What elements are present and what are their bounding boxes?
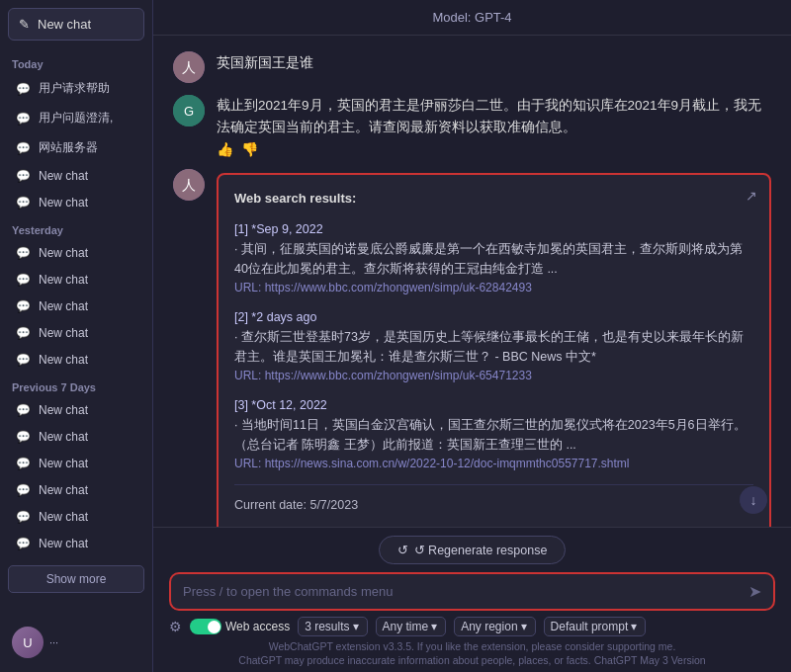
chat-icon-2: 💬 [16, 141, 31, 155]
ws-result-date-1: Sep 9, 2022 [256, 222, 322, 236]
show-more-button[interactable]: Show more [8, 565, 144, 593]
scroll-to-bottom-button[interactable]: ↓ [740, 486, 767, 514]
sidebar-item-6[interactable]: 💬 New chat [8, 267, 144, 293]
prompt-chevron-icon: ▾ [631, 620, 637, 633]
ws-result-text-1: · 其间，征服英国的诺曼底公爵威廉是第一个在西敏寺加冕的英国君主，查尔斯则将成为… [234, 239, 753, 279]
ws-result-2: [2] *2 days ago · 查尔斯三世登基时73岁，是英国历史上等候继位… [234, 307, 753, 385]
chat-icon-13: 💬 [16, 483, 31, 497]
message-actions-1: 👍 👎 [217, 141, 771, 157]
regenerate-icon: ↺ [397, 543, 408, 557]
new-chat-label: New chat [38, 17, 91, 32]
region-label: Any region [461, 620, 517, 633]
sidebar-item-3[interactable]: 💬 New chat [8, 163, 144, 189]
sidebar-item-label-10: New chat [39, 403, 88, 417]
external-link-icon[interactable]: ↗ [746, 185, 757, 207]
sidebar-item-label-15: New chat [39, 537, 88, 550]
assistant-message-text-1: 截止到2021年9月，英国的君主是伊丽莎白二世。由于我的知识库在2021年9月截… [217, 95, 771, 137]
bottom-area: ↺ ↺ Regenerate response ➤ ⚙ Web access 3… [153, 527, 791, 672]
sidebar-item-5[interactable]: 💬 New chat [8, 240, 144, 266]
web-access-label: Web access [225, 620, 290, 633]
main-area: Model: GPT-4 人 英国新国王是谁 G 截止到2021年9月，英国的君… [153, 0, 791, 672]
chat-icon-0: 💬 [16, 82, 31, 96]
web-search-header: Web search results: [234, 189, 753, 210]
ws-result-title-2: [2] *2 days ago [234, 307, 753, 327]
send-button[interactable]: ➤ [748, 582, 761, 601]
sidebar-item-label-9: New chat [39, 353, 88, 367]
chat-icon-10: 💬 [16, 403, 31, 417]
sidebar-item-9[interactable]: 💬 New chat [8, 347, 144, 373]
chat-icon-12: 💬 [16, 457, 31, 470]
sidebar-item-0[interactable]: 💬 用户请求帮助 [8, 74, 144, 103]
regenerate-label: ↺ Regenerate response [414, 543, 548, 557]
new-chat-button[interactable]: ✎ New chat [8, 8, 144, 41]
time-chevron-icon: ▾ [431, 620, 437, 633]
user-avatar-bar: U ··· [8, 621, 144, 664]
sidebar-item-15[interactable]: 💬 New chat [8, 531, 144, 556]
toggle-track[interactable] [190, 619, 221, 634]
sidebar-item-label-7: New chat [39, 299, 88, 313]
ws-current-date-text: Current date: 5/7/2023 [234, 495, 753, 515]
assistant-message-1: 截止到2021年9月，英国的君主是伊丽莎白二世。由于我的知识库在2021年9月截… [217, 95, 771, 157]
results-chevron-icon: ▾ [353, 620, 359, 633]
sidebar-item-11[interactable]: 💬 New chat [8, 424, 144, 450]
sidebar-item-label-0: 用户请求帮助 [39, 80, 110, 97]
settings-icon[interactable]: ⚙ [169, 619, 182, 634]
web-search-box: ↗ Web search results: [1] *Sep 9, 2022 ·… [217, 173, 771, 527]
chat-input[interactable] [183, 584, 741, 599]
regenerate-button[interactable]: ↺ ↺ Regenerate response [379, 536, 567, 564]
sidebar-item-label-11: New chat [39, 430, 88, 444]
message-row-assistant-1: G 截止到2021年9月，英国的君主是伊丽莎白二世。由于我的知识库在2021年9… [173, 95, 771, 157]
svg-text:人: 人 [182, 59, 196, 75]
footer-text-1: WebChatGPT extension v3.3.5. If you like… [169, 640, 775, 654]
sidebar-item-7[interactable]: 💬 New chat [8, 294, 144, 319]
web-search-content: ↗ Web search results: [1] *Sep 9, 2022 ·… [217, 169, 771, 527]
ws-result-text-2: · 查尔斯三世登基时73岁，是英国历史上等候继位事最长的王储，也是有史以来最年长… [234, 327, 753, 367]
user-name: ··· [49, 636, 58, 648]
chat-icon-9: 💬 [16, 353, 31, 367]
svg-text:G: G [184, 104, 194, 119]
new-chat-icon: ✎ [19, 17, 30, 32]
show-more-label: Show more [46, 572, 107, 586]
sidebar-item-label-6: New chat [39, 273, 88, 287]
footer-1: WebChatGPT extension v3.3.5. If you like… [269, 640, 676, 652]
user-msg-avatar-2: 人 [173, 169, 205, 201]
toolbar-row: ⚙ Web access 3 results ▾ Any time ▾ Any … [169, 617, 775, 636]
sidebar-item-14[interactable]: 💬 New chat [8, 504, 144, 530]
thumbs-down-icon-1[interactable]: 👎 [241, 141, 258, 157]
sidebar-item-1[interactable]: 💬 用户问题澄清, [8, 104, 144, 132]
region-chevron-icon: ▾ [521, 620, 527, 633]
model-label: Model: GPT-4 [432, 10, 511, 25]
gpt-msg-avatar-1: G [173, 95, 205, 126]
web-access-toggle[interactable]: Web access [190, 619, 290, 634]
sidebar-item-label-3: New chat [39, 169, 88, 183]
footer-2: ChatGPT may produce inaccurate informati… [238, 654, 705, 666]
sidebar-item-8[interactable]: 💬 New chat [8, 320, 144, 346]
chat-icon-14: 💬 [16, 510, 31, 524]
user-msg-avatar-1: 人 [173, 51, 205, 83]
sidebar-item-label-8: New chat [39, 326, 88, 340]
sidebar-item-4[interactable]: 💬 New chat [8, 190, 144, 215]
time-label: Any time [383, 620, 429, 633]
sidebar: ✎ New chat Today 💬 用户请求帮助 💬 用户问题澄清, 💬 网站… [0, 0, 153, 672]
time-dropdown[interactable]: Any time ▾ [376, 617, 447, 636]
chat-icon-3: 💬 [16, 169, 31, 183]
toggle-thumb [208, 621, 220, 633]
sidebar-item-2[interactable]: 💬 网站服务器 [8, 133, 144, 162]
messages-area[interactable]: 人 英国新国王是谁 G 截止到2021年9月，英国的君主是伊丽莎白二世。由于我的… [153, 36, 791, 527]
scroll-down-icon: ↓ [750, 492, 757, 508]
thumbs-up-icon-1[interactable]: 👍 [217, 141, 233, 157]
sidebar-item-label-12: New chat [39, 457, 88, 470]
ws-result-title-3: [3] *Oct 12, 2022 [234, 395, 753, 415]
region-dropdown[interactable]: Any region ▾ [454, 617, 535, 636]
sidebar-item-label-13: New chat [39, 483, 88, 497]
prompt-dropdown[interactable]: Default prompt ▾ [544, 617, 647, 636]
results-dropdown[interactable]: 3 results ▾ [298, 617, 367, 636]
chat-icon-15: 💬 [16, 537, 31, 550]
avatar: U [12, 627, 44, 658]
sidebar-item-13[interactable]: 💬 New chat [8, 477, 144, 503]
ws-result-1: [1] *Sep 9, 2022 · 其间，征服英国的诺曼底公爵威廉是第一个在西… [234, 219, 753, 297]
sidebar-item-12[interactable]: 💬 New chat [8, 451, 144, 476]
sidebar-item-10[interactable]: 💬 New chat [8, 397, 144, 423]
ws-result-date-2: 2 days ago [256, 310, 316, 324]
sidebar-item-label-5: New chat [39, 246, 88, 260]
